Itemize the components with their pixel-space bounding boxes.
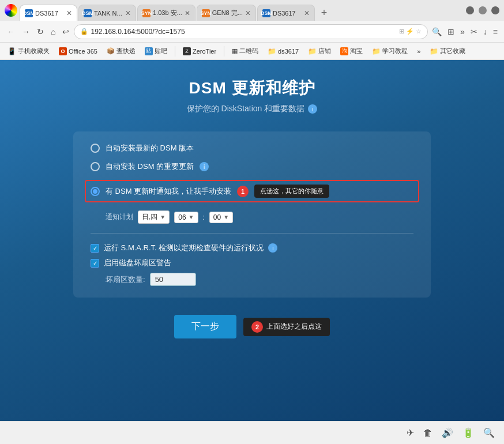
bookmark-label-tieba: 贴吧 <box>155 47 167 55</box>
hour-value: 06 <box>178 213 186 221</box>
office-icon: O <box>59 47 67 55</box>
next-tooltip: 2 上面选好之后点这 <box>243 318 330 336</box>
schedule-row: 通知计划 日,四 ▼ 06 ▼ : 00 ▼ <box>106 210 413 224</box>
volume-icon[interactable]: 🔊 <box>442 427 453 438</box>
bookmark-tutorial[interactable]: 📁 学习教程 <box>369 46 411 57</box>
menu-icon[interactable]: ≡ <box>491 25 499 38</box>
tab-close-4[interactable]: ✕ <box>245 9 251 17</box>
divider <box>91 233 413 234</box>
bookmark-label-others: 其它收藏 <box>440 47 465 55</box>
next-button[interactable]: 下一步 <box>174 315 236 338</box>
bookmark-label-express: 查快递 <box>116 47 136 55</box>
bad-sector-check-row: 启用磁盘坏扇区警告 <box>91 258 413 268</box>
bookmark-tieba[interactable]: 贴 贴吧 <box>142 46 170 57</box>
minute-value: 00 <box>213 213 221 221</box>
button-area: 下一步 2 上面选好之后点这 <box>174 315 330 338</box>
status-bar: ✈ 🗑 🔊 🔋 🔍 <box>0 421 504 444</box>
tab-tank[interactable]: DSM TANK N... ✕ <box>78 5 136 21</box>
search-status-icon[interactable]: 🔍 <box>483 427 495 438</box>
tab-close-5[interactable]: ✕ <box>304 9 310 17</box>
folder-icon-mobile: 📱 <box>7 47 16 55</box>
scissors-icon[interactable]: ✂ <box>469 25 479 38</box>
tab-ds3617-1[interactable]: DSM DS3617 ✕ <box>20 5 77 21</box>
days-arrow: ▼ <box>160 214 166 220</box>
close-button[interactable] <box>491 6 499 14</box>
forward-button[interactable]: → <box>20 25 32 39</box>
tab-label-1: DS3617 <box>35 10 64 17</box>
bookmark-more[interactable]: » <box>414 47 423 56</box>
refresh-button[interactable]: ↻ <box>35 25 46 39</box>
tab-label-3: 1.03b 安... <box>153 9 182 17</box>
bookmark-zerotier[interactable]: Z ZeroTier <box>180 46 219 57</box>
option2-info-icon[interactable]: i <box>200 162 209 171</box>
separator-2 <box>224 46 224 57</box>
bookmark-taobao[interactable]: 淘 淘宝 <box>337 46 366 57</box>
subtitle-info-icon[interactable]: i <box>308 104 317 114</box>
tabs-bar: DSM DS3617 ✕ DSM TANK N... ✕ SYN 1.03b 安… <box>20 0 461 21</box>
step1-badge: 1 <box>237 186 249 197</box>
next-tooltip-text: 上面选好之后点这 <box>266 322 322 332</box>
smart-label: 运行 S.M.A.R.T. 检测以定期检查硬件的运行状况 <box>104 243 264 253</box>
minimize-button[interactable] <box>466 6 474 14</box>
tab-close-1[interactable]: ✕ <box>66 9 72 17</box>
bookmark-qrcode[interactable]: ▦ 二维码 <box>229 46 261 57</box>
more-icon[interactable]: » <box>458 25 467 38</box>
address-bar[interactable]: 🔒 192.168.0.164:5000/?dc=1575 ⊞ ⚡ ☆ <box>74 24 428 39</box>
trash-icon[interactable]: 🗑 <box>423 428 432 438</box>
days-select[interactable]: 日,四 ▼ <box>138 210 170 224</box>
hour-arrow: ▼ <box>189 214 194 220</box>
toolbar: ← → ↻ ⌂ ↩ 🔒 192.168.0.164:5000/?dc=1575 … <box>0 21 504 43</box>
apps-icon[interactable]: ⊞ <box>446 25 456 38</box>
days-value: 日,四 <box>142 212 157 222</box>
bad-sector-checkbox[interactable] <box>91 259 99 268</box>
option3-tooltip: 点选这，其它的你随意 <box>254 185 329 198</box>
bookmark-office[interactable]: O Office 365 <box>56 46 100 57</box>
bookmark-mobile[interactable]: 📱 手机收藏夹 <box>5 46 52 57</box>
tab-gen8[interactable]: SYN GEN8 完... ✕ <box>197 5 256 21</box>
smart-info-icon[interactable]: i <box>268 243 277 253</box>
option1-radio[interactable] <box>91 144 100 153</box>
bookmark-ds3617[interactable]: 📁 ds3617 <box>265 46 302 57</box>
history-button[interactable]: ↩ <box>60 25 72 39</box>
minute-select[interactable]: 00 ▼ <box>209 212 233 223</box>
home-button[interactable]: ⌂ <box>48 25 58 39</box>
smart-checkbox[interactable] <box>91 244 99 253</box>
bookmark-label-taobao: 淘宝 <box>350 47 363 55</box>
download-icon[interactable]: ↓ <box>482 25 489 38</box>
bookmark-store[interactable]: 📁 店铺 <box>305 46 334 57</box>
tab-close-2[interactable]: ✕ <box>125 9 131 17</box>
tab-103b[interactable]: SYN 1.03b 安... ✕ <box>137 5 195 21</box>
bookmark-label-store: 店铺 <box>318 47 331 55</box>
bookmark-label-qrcode: 二维码 <box>239 47 258 55</box>
folder-icon-ds: 📁 <box>268 47 276 55</box>
hour-select[interactable]: 06 ▼ <box>174 212 198 223</box>
bookmark-express[interactable]: 📦 查快递 <box>104 46 138 57</box>
tab-favicon-2: DSM <box>84 9 92 17</box>
new-tab-button[interactable]: + <box>316 5 332 21</box>
option3-radio[interactable] <box>91 187 100 196</box>
option2-row: 自动安装 DSM 的重要更新 i <box>91 161 413 172</box>
folder-icon-store: 📁 <box>308 47 317 55</box>
search-icon[interactable]: 🔍 <box>430 25 443 38</box>
separator-1 <box>175 46 175 57</box>
smart-check-row: 运行 S.M.A.R.T. 检测以定期检查硬件的运行状况 i <box>91 243 413 253</box>
bad-sector-input[interactable] <box>150 273 196 286</box>
tab-close-3[interactable]: ✕ <box>185 9 190 17</box>
options-panel: 自动安装最新的 DSM 版本 自动安装 DSM 的重要更新 i 有 DSM 更新… <box>73 131 431 298</box>
back-button[interactable]: ← <box>5 25 17 39</box>
battery-icon[interactable]: 🔋 <box>462 427 474 438</box>
tab-ds3617-2[interactable]: DSM DS3617 ✕ <box>257 5 315 21</box>
page-subtitle: 保护您的 DiskStation 和重要数据 i <box>187 104 318 114</box>
bookmark-others[interactable]: 📁 其它收藏 <box>427 46 468 57</box>
minute-arrow: ▼ <box>223 214 229 220</box>
browser-logo <box>5 4 17 17</box>
maximize-button[interactable] <box>479 6 487 14</box>
step2-badge: 2 <box>251 321 263 333</box>
bad-sector-row: 坏扇区数量: <box>106 273 413 286</box>
qrcode-icon: ▦ <box>232 47 238 55</box>
airplane-icon[interactable]: ✈ <box>407 427 414 438</box>
bad-sector-check-label: 启用磁盘坏扇区警告 <box>104 258 171 268</box>
option2-radio[interactable] <box>91 162 100 171</box>
bookmarks-bar: 📱 手机收藏夹 O Office 365 📦 查快递 贴 贴吧 Z ZeroTi… <box>0 43 504 60</box>
time-colon: : <box>203 213 205 221</box>
